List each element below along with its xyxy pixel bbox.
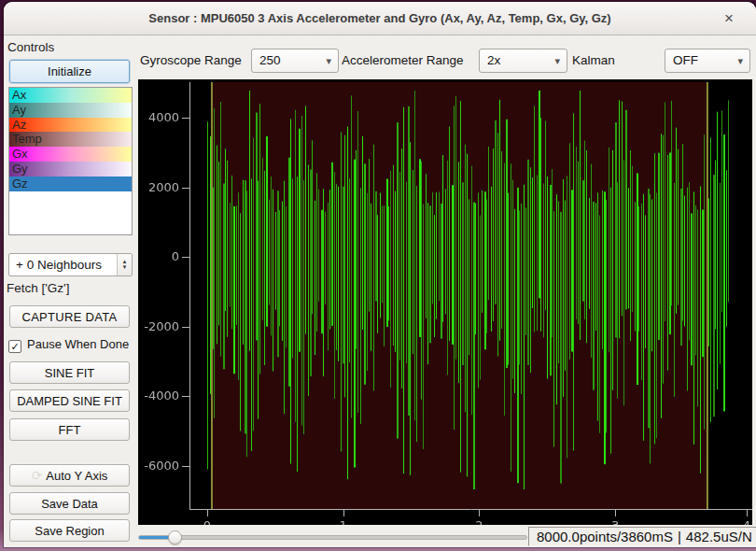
chevron-down-icon: ▾ bbox=[326, 49, 331, 72]
desktop: { "window": { "title": "Sensor : MPU6050… bbox=[0, 0, 756, 551]
sine-fit-button[interactable]: SINE FIT bbox=[9, 361, 130, 384]
statusbar: 8000.0points/3860mS|482.5uS/N bbox=[528, 527, 756, 546]
auto-y-axis-button[interactable]: ⟳Auto Y Axis bbox=[9, 464, 130, 487]
fetch-label: Fetch ['Gz'] bbox=[7, 281, 69, 295]
status-separator: | bbox=[673, 529, 686, 544]
checkbox-check-icon[interactable]: ✓ bbox=[8, 340, 21, 353]
gyroscope-range-value: 250 bbox=[259, 53, 281, 67]
close-icon[interactable]: × bbox=[724, 2, 734, 35]
capture-data-button[interactable]: CAPTURE DATA bbox=[9, 305, 130, 328]
window-title: Sensor : MPU6050 3 Axis Accelerometer an… bbox=[4, 2, 756, 35]
titlebar[interactable]: Sensor : MPU6050 3 Axis Accelerometer an… bbox=[4, 2, 756, 35]
channel-list[interactable]: AxAyAzTempGxGyGz bbox=[8, 87, 133, 235]
auto-y-axis-label: Auto Y Axis bbox=[46, 469, 107, 483]
status-rate: 482.5uS/N bbox=[686, 529, 752, 544]
app-window: Sensor : MPU6050 3 Axis Accelerometer an… bbox=[4, 2, 756, 547]
spinner-down-icon[interactable]: ▼ bbox=[122, 265, 128, 271]
channel-item-az[interactable]: Az bbox=[9, 118, 132, 133]
x-scroll-slider[interactable] bbox=[138, 535, 527, 540]
refresh-icon: ⟳ bbox=[32, 468, 43, 483]
chevron-down-icon: ▾ bbox=[554, 49, 560, 72]
status-points: 8000.0points/3860mS bbox=[537, 529, 673, 544]
channel-item-ax[interactable]: Ax bbox=[9, 88, 132, 103]
neighbours-spinner[interactable]: + 0 Neighbours ▲ ▼ bbox=[8, 253, 133, 276]
status-readout: 8000.0points/3860mS|482.5uS/N bbox=[528, 527, 756, 546]
kalman-select[interactable]: OFF ▾ bbox=[665, 49, 750, 73]
accelerometer-range-label: Accelerometer Range bbox=[342, 49, 464, 73]
channel-item-temp[interactable]: Temp bbox=[9, 132, 132, 147]
channel-item-gz[interactable]: Gz bbox=[9, 177, 132, 191]
initialize-button[interactable]: Initialize bbox=[9, 60, 130, 83]
damped-sine-fit-button[interactable]: DAMPED SINE FIT bbox=[9, 389, 130, 412]
accelerometer-range-select[interactable]: 2x ▾ bbox=[479, 49, 567, 73]
save-region-button[interactable]: Save Region bbox=[9, 519, 130, 542]
kalman-value: OFF bbox=[673, 53, 698, 67]
neighbours-value: + 0 Neighbours bbox=[16, 258, 102, 272]
accelerometer-range-value: 2x bbox=[487, 53, 500, 67]
waveform-canvas[interactable] bbox=[138, 79, 752, 525]
gyroscope-range-select[interactable]: 250 ▾ bbox=[251, 49, 339, 73]
gyroscope-range-label: Gyroscope Range bbox=[140, 49, 242, 73]
fft-button[interactable]: FFT bbox=[9, 418, 130, 441]
kalman-label: Kalman bbox=[572, 49, 615, 73]
controls-heading: Controls bbox=[7, 40, 54, 54]
pause-when-done-label: Pause When Done bbox=[27, 337, 129, 351]
slider-handle[interactable] bbox=[168, 530, 182, 544]
channel-item-gx[interactable]: Gx bbox=[9, 147, 132, 162]
pause-when-done-checkbox[interactable]: ✓Pause When Done bbox=[8, 335, 138, 354]
spinner-arrows[interactable]: ▲ ▼ bbox=[117, 254, 132, 276]
channel-item-ay[interactable]: Ay bbox=[9, 103, 132, 118]
save-data-button[interactable]: Save Data bbox=[9, 492, 130, 515]
plot-area[interactable] bbox=[138, 79, 752, 525]
chevron-down-icon: ▾ bbox=[737, 49, 743, 72]
channel-item-gy[interactable]: Gy bbox=[9, 162, 132, 177]
